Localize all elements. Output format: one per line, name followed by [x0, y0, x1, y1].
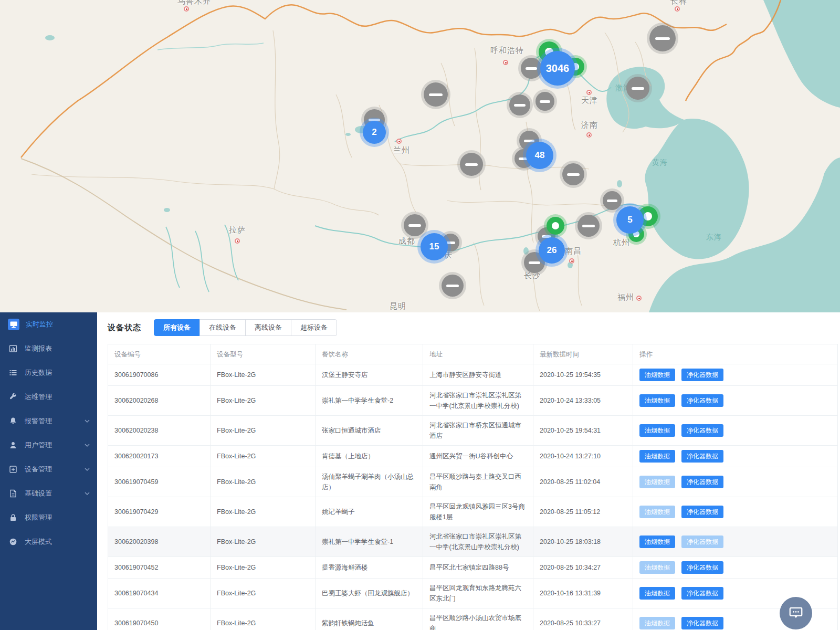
purifier-data-button[interactable]: 净化器数据: [681, 617, 723, 629]
cluster-marker-offline[interactable]: [536, 92, 554, 111]
cluster-marker-offline[interactable]: [626, 77, 649, 100]
latest-time-cell: 2020-08-25 10:34:27: [533, 557, 633, 579]
restaurant-name-cell: 巴蜀王婆大虾（回龙观旗舰店）: [316, 579, 423, 608]
smoke-data-button[interactable]: 油烟数据: [639, 424, 675, 437]
cluster-marker-offline[interactable]: [649, 25, 676, 51]
map-city-label: 成都: [398, 236, 415, 246]
latest-time-cell: 2020-10-24 13:27:10: [533, 446, 633, 467]
sidebar-item-label: 实时监控: [26, 320, 53, 329]
sidebar-item-label: 运维管理: [25, 392, 52, 402]
smoke-data-button[interactable]: 油烟数据: [639, 394, 675, 407]
cluster-marker-offline[interactable]: [509, 94, 530, 116]
smoke-data-button[interactable]: 油烟数据: [639, 450, 675, 463]
cluster-marker-offline[interactable]: [521, 58, 542, 79]
minus-icon: [540, 100, 550, 103]
smoke-data-button[interactable]: 油烟数据: [639, 369, 675, 381]
minus-icon: [446, 285, 458, 287]
sidebar-item-fullscreen-mode[interactable]: 大屏模式: [0, 530, 97, 554]
address-cell: 通州区兴贸一街U谷科创中心: [423, 446, 533, 467]
address-cell: 河北省张家口市桥东区恒通城市酒店: [423, 416, 533, 446]
tab-1[interactable]: 在线设备: [200, 319, 246, 336]
purifier-data-button[interactable]: 净化器数据: [681, 369, 723, 381]
cluster-marker-offline[interactable]: [578, 215, 600, 237]
user-icon: [8, 440, 18, 450]
device-id-cell: 300620020173: [108, 446, 211, 467]
sidebar-item-device-management[interactable]: 设备管理: [0, 457, 97, 481]
map-city-label: 南昌: [565, 246, 582, 256]
address-cell: 昌平区顺沙路与秦上路交叉口西南角: [423, 467, 533, 497]
city-marker-icon: [503, 60, 508, 65]
smoke-data-button[interactable]: 油烟数据: [639, 536, 675, 548]
cluster-marker-count[interactable]: 5: [616, 206, 644, 234]
device-model-cell: FBox-Lite-2G: [211, 608, 316, 630]
latest-time-cell: 2020-10-25 19:54:31: [533, 416, 633, 446]
lock-icon: [8, 512, 18, 523]
page-title: 设备状态: [108, 323, 141, 333]
tab-3[interactable]: 超标设备: [291, 319, 337, 336]
table-row: 300620020173FBox-Lite-2G肯德基（上地店）通州区兴贸一街U…: [108, 446, 838, 467]
donut-hole: [644, 212, 652, 220]
cluster-marker-online[interactable]: [547, 217, 564, 235]
purifier-data-button[interactable]: 净化器数据: [681, 450, 723, 463]
sidebar-menu: 实时监控监测报表历史数据运维管理报警管理用户管理设备管理基础设置权限管理大屏模式: [0, 312, 97, 554]
map-city-label: 呼和浩特: [490, 46, 524, 56]
restaurant-name-cell: 崇礼第一中学学生食堂-2: [316, 386, 423, 416]
tab-0[interactable]: 所有设备: [154, 319, 200, 336]
sidebar-item-user-management[interactable]: 用户管理: [0, 433, 97, 457]
smoke-data-button: 油烟数据: [639, 617, 675, 629]
cluster-marker-count[interactable]: 26: [539, 237, 565, 264]
cluster-marker-count[interactable]: 3046: [540, 51, 575, 86]
tab-2[interactable]: 离线设备: [245, 319, 291, 336]
cluster-marker-count[interactable]: 15: [421, 233, 448, 260]
purifier-data-button[interactable]: 净化器数据: [681, 561, 723, 574]
purifier-data-button[interactable]: 净化器数据: [681, 506, 723, 518]
device-id-cell: 300619070450: [108, 608, 211, 630]
table-row: 300619070452FBox-Lite-2G提香源海鲜酒楼昌平区北七家镇定四…: [108, 557, 838, 579]
cluster-marker-offline[interactable]: [404, 214, 426, 236]
table-row: 300619070434FBox-Lite-2G巴蜀王婆大虾（回龙观旗舰店）昌平…: [108, 579, 838, 608]
cluster-marker-offline[interactable]: [460, 153, 483, 176]
sidebar-item-monitor-report[interactable]: 监测报表: [0, 337, 97, 361]
smoke-data-button[interactable]: 油烟数据: [639, 587, 675, 600]
sidebar-item-basic-settings[interactable]: 基础设置: [0, 481, 97, 506]
sidebar-item-permission-management[interactable]: 权限管理: [0, 506, 97, 530]
sidebar-item-history-data[interactable]: 历史数据: [0, 361, 97, 385]
sidebar-item-realtime-monitor[interactable]: 实时监控: [0, 312, 97, 337]
table-column-header: 设备型号: [211, 344, 316, 364]
address-cell: 河北省张家口市崇礼区崇礼区第一中学(北京景山学校崇礼分校): [423, 527, 533, 557]
purifier-data-button[interactable]: 净化器数据: [681, 587, 723, 600]
city-marker-icon: [396, 139, 402, 144]
wrench-icon: [8, 392, 18, 402]
chat-fab-button[interactable]: [780, 597, 812, 629]
purifier-data-button[interactable]: 净化器数据: [681, 394, 723, 407]
map-city-label: 昆明: [390, 301, 406, 311]
cluster-marker-offline[interactable]: [562, 163, 584, 185]
latest-time-cell: 2020-08-25 11:02:04: [533, 467, 633, 497]
sidebar-item-ops-management[interactable]: 运维管理: [0, 385, 97, 409]
purifier-data-button[interactable]: 净化器数据: [681, 424, 723, 437]
sidebar-item-alarm-management[interactable]: 报警管理: [0, 409, 97, 433]
map-section[interactable]: 乌鲁木齐呼和浩特长春天津济南兰州拉萨成都重庆长沙昆明南昌杭州福州渤海黄海东海 3…: [0, 0, 840, 312]
minus-icon: [607, 200, 617, 202]
minus-icon: [524, 140, 535, 142]
sidebar-item-label: 权限管理: [25, 513, 52, 522]
address-cell: 昌平区回龙观镇风雅园三区3号商服楼1层: [423, 497, 533, 527]
cluster-marker-count[interactable]: 48: [526, 142, 553, 169]
cluster-marker-offline[interactable]: [603, 191, 622, 210]
cluster-marker-count[interactable]: 2: [363, 121, 386, 144]
actions-cell: 油烟数据净化器数据: [633, 446, 838, 467]
cluster-marker-offline[interactable]: [424, 82, 448, 107]
screen: 乌鲁木齐呼和浩特长春天津济南兰州拉萨成都重庆长沙昆明南昌杭州福州渤海黄海东海 3…: [0, 0, 840, 630]
table-row: 300619070429FBox-Lite-2G姚记羊蝎子昌平区回龙观镇风雅园三…: [108, 497, 838, 527]
map-sea-label: 黄海: [652, 158, 668, 167]
chevron-down-icon: [85, 492, 90, 495]
restaurant-name-cell: 姚记羊蝎子: [316, 497, 423, 527]
cluster-marker-offline[interactable]: [442, 275, 464, 297]
device-id-cell: 300619070434: [108, 579, 211, 608]
city-marker-icon: [675, 6, 680, 12]
table-row: 300620020238FBox-Lite-2G张家口恒通城市酒店河北省张家口市…: [108, 416, 838, 446]
purifier-data-button[interactable]: 净化器数据: [681, 476, 723, 488]
table-row: 300620020398FBox-Lite-2G崇礼第一中学学生食堂-1河北省张…: [108, 527, 838, 557]
address-cell: 昌平区顺沙路小汤山农贸市场底商: [423, 608, 533, 630]
actions-cell: 油烟数据净化器数据: [633, 497, 838, 527]
